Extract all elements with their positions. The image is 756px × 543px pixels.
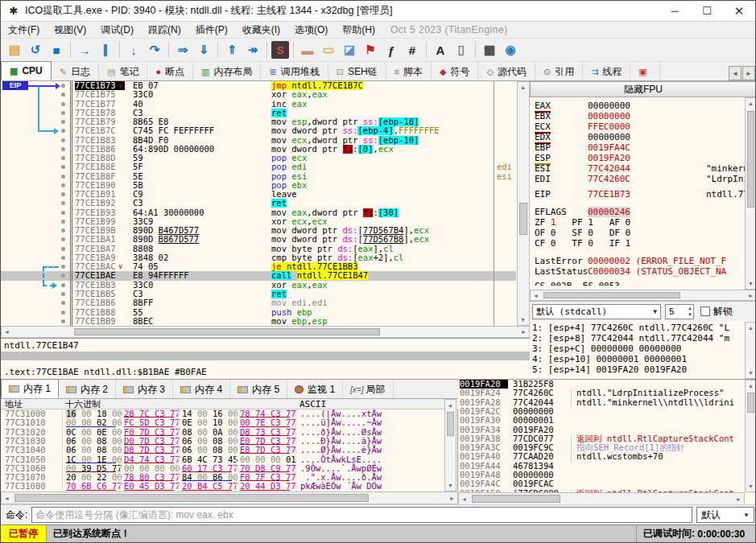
calculator-icon[interactable]: ▦	[480, 40, 499, 60]
maximize-button[interactable]: ☐	[691, 1, 723, 21]
instruction-dot-icon[interactable]	[61, 265, 65, 269]
disassembly-panel[interactable]: 77CE1B73∨EB 07jmp ntdll.77CE1B7C77CE1B75…	[1, 81, 530, 379]
instruction-dot-icon[interactable]	[61, 192, 65, 196]
menu-item-视[interactable]: 视图(V)	[47, 22, 93, 38]
comments-icon[interactable]: ▭	[319, 40, 338, 60]
breakpoint-gutter[interactable]	[1, 281, 72, 290]
dump-tab-内存 1[interactable]: 内存 1	[1, 379, 59, 398]
instruction-dot-icon[interactable]	[61, 84, 65, 88]
tab-scroll-left-button[interactable]: ◄	[729, 66, 742, 80]
disasm-vertical-scrollbar[interactable]: ▲ ▼	[517, 81, 530, 326]
stack-row[interactable]: 0019FA3000000001	[458, 416, 745, 425]
register-line[interactable]: OF 0 SF 0 DF 0	[535, 228, 746, 238]
stack-row[interactable]: 0019FA4C0019FCAC	[458, 479, 745, 488]
breakpoint-gutter[interactable]	[1, 190, 72, 199]
instruction-dot-icon[interactable]	[61, 292, 65, 296]
instruction-dot-icon[interactable]	[61, 201, 65, 205]
tab-CPU[interactable]: ▦CPU	[1, 61, 52, 80]
stop-icon[interactable]: ■	[47, 40, 66, 60]
breakpoint-gutter[interactable]	[1, 90, 72, 99]
dump-tab-内存 2[interactable]: 内存 2	[59, 381, 116, 398]
close-button[interactable]: ✕	[723, 1, 755, 21]
stack-row[interactable]: 0019FA4077CAAD20ntdll.wcstombs+70	[458, 452, 745, 461]
register-line[interactable]: CF 0 TF 0 IF 1	[535, 238, 746, 249]
dump-tab-内存 3[interactable]: 内存 3	[116, 381, 173, 398]
stack-row[interactable]: 0019FA4446781394	[458, 462, 745, 471]
register-line[interactable]: LastError00000002 (ERROR_FILE_NOT_F	[535, 256, 746, 266]
dump-tab-监视 1[interactable]: 监视 1	[287, 381, 343, 398]
registers-horizontal-scrollbar[interactable]: ◄ ►	[530, 290, 756, 301]
argument-row[interactable]: 4: [esp+10] 00000001 00000001	[532, 354, 743, 364]
instruction-dot-icon[interactable]	[61, 256, 65, 260]
arguments-vertical-scrollbar[interactable]: ▲ ▼	[745, 322, 756, 379]
disasm-row[interactable]: 77CE1BA1890D B867D577mov dword ptr ds:[7…	[1, 235, 516, 244]
registers-vertical-scrollbar[interactable]: ▲ ▼	[745, 97, 756, 290]
register-line[interactable]: ECXFFEC0000	[535, 121, 746, 132]
labels-icon[interactable]: ◪	[340, 40, 359, 60]
instruction-dot-icon[interactable]	[61, 111, 65, 115]
breakpoint-gutter[interactable]	[1, 117, 72, 126]
stack-row[interactable]: 0019FA2C00000000	[458, 407, 745, 416]
stack-vertical-scrollbar[interactable]: ▲ ▼	[745, 380, 756, 492]
pause-icon[interactable]: ∥	[96, 40, 115, 60]
instruction-dot-icon[interactable]	[61, 183, 65, 187]
dump-horizontal-scrollbar[interactable]: ◄ ►	[1, 492, 458, 504]
instruction-dot-icon[interactable]	[61, 147, 65, 151]
instruction-dot-icon[interactable]	[61, 138, 65, 142]
breakpoint-gutter[interactable]	[1, 162, 72, 171]
tab-SEH链[interactable]: ⊡SEH链	[328, 63, 386, 80]
register-line[interactable]: LastStatusC0000034 (STATUS_OBJECT_NA	[535, 266, 746, 277]
run-icon[interactable]: →	[75, 40, 94, 60]
bookmarks-icon[interactable]: ⚑	[361, 40, 380, 60]
instruction-dot-icon[interactable]	[61, 93, 65, 97]
instruction-dot-icon[interactable]	[61, 165, 65, 169]
disasm-row[interactable]: 77CE1B7533C0xor eax,eax	[1, 90, 516, 99]
menu-item-插[interactable]: 插件(P)	[188, 22, 235, 38]
favourites-icon[interactable]: ◉	[501, 40, 520, 60]
breakpoint-gutter[interactable]	[1, 199, 72, 208]
menu-item-收[interactable]: 收藏夹(I)	[235, 22, 287, 38]
run-to-user-code-icon[interactable]: ↠	[243, 40, 262, 60]
source-icon[interactable]: ▯	[452, 40, 471, 60]
restart-icon[interactable]: ↺	[26, 40, 45, 60]
tab-scroll-right-button[interactable]: ►	[742, 66, 755, 80]
tab-脚本[interactable]: ≡脚本	[386, 63, 432, 80]
breakpoint-gutter[interactable]	[1, 253, 72, 262]
calling-convention-select[interactable]: 默认 (stdcall)▼	[532, 304, 661, 319]
open-file-icon[interactable]: ▤	[5, 40, 24, 60]
breakpoint-gutter[interactable]	[1, 208, 72, 217]
breakpoint-gutter[interactable]	[1, 145, 72, 154]
step-out-icon[interactable]: ⇓	[194, 40, 213, 60]
trace-into-icon[interactable]: ⇒	[173, 40, 192, 60]
menu-item-选[interactable]: 选项(O)	[287, 22, 335, 38]
tab-调用堆栈[interactable]: ≣调用堆栈	[261, 63, 328, 80]
instruction-dot-icon[interactable]	[61, 274, 65, 278]
hash-icon[interactable]: #	[403, 40, 422, 60]
stack-panel[interactable]: 0019FA2031B225F80019FA2477C4260Cntdll."L…	[458, 380, 756, 505]
step-over-icon[interactable]: ↷	[145, 40, 164, 60]
stack-horizontal-scrollbar[interactable]: ◄ ►	[458, 492, 745, 505]
tab-源代码[interactable]: ◇源代码	[478, 63, 535, 80]
breakpoint-gutter[interactable]	[1, 136, 72, 145]
tab-内存布局[interactable]: ▥内存布局	[193, 63, 261, 80]
tab-笔记[interactable]: ▤笔记	[99, 63, 147, 80]
instruction-dot-icon[interactable]	[61, 156, 65, 160]
breakpoint-gutter[interactable]	[1, 262, 72, 271]
disasm-row[interactable]: 77CE1BB68BFFmov edi,edi	[1, 298, 516, 307]
hide-fpu-button[interactable]: 隐藏FPU	[530, 81, 756, 97]
register-line[interactable]: ZF 1 PF 1 AF 0	[535, 217, 746, 228]
breakpoint-gutter[interactable]	[1, 298, 72, 307]
register-line[interactable]: EDX00000000	[535, 132, 746, 142]
functions-icon[interactable]: ƒ	[382, 40, 401, 60]
breakpoint-gutter[interactable]	[1, 317, 72, 326]
instruction-dot-icon[interactable]	[61, 283, 65, 287]
command-profile-select[interactable]: 默认▼	[696, 507, 754, 523]
register-line[interactable]: EDI77C4260C"LdrpInitializePro	[535, 174, 746, 184]
tab-handles-icon[interactable]: ▣	[630, 63, 659, 80]
disasm-row[interactable]: 77CE1B92C3ret	[1, 199, 516, 208]
argument-row[interactable]: 2: [esp+8] 77C42044 ntdll.77C42044 "m	[532, 333, 743, 343]
argument-row[interactable]: 5: [esp+14] 0019FA20 0019FA20	[532, 364, 743, 375]
tab-日志[interactable]: ✎日志	[52, 63, 99, 80]
tab-线程[interactable]: ⇉线程	[583, 63, 630, 80]
command-input[interactable]	[31, 507, 692, 523]
